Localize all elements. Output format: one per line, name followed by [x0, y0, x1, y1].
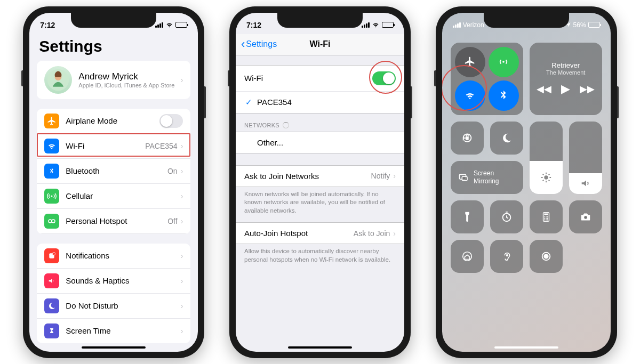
svg-point-6	[53, 252, 55, 255]
phone-wifi: 7:12 ‹Settings Wi-Fi Wi-Fi ✓ PACE354 NET…	[229, 6, 411, 358]
profile-group: Andrew Myrick Apple ID, iCloud, iTunes &…	[37, 61, 190, 99]
notifications-row[interactable]: Notifications›	[37, 244, 190, 269]
home-indicator[interactable]	[288, 346, 352, 349]
screen-mirror-tile[interactable]: Screen Mirroring	[451, 161, 523, 194]
back-button[interactable]: ‹Settings	[241, 37, 277, 51]
page-title: Settings	[29, 34, 198, 61]
chevron-icon: ›	[393, 229, 396, 238]
orientation-lock-tile[interactable]	[451, 122, 484, 155]
svg-point-23	[544, 219, 545, 220]
home-tile[interactable]	[451, 240, 484, 273]
wifi-toggle-row[interactable]: Wi-Fi	[236, 66, 404, 92]
row-label: Sounds & Haptics	[66, 276, 180, 285]
chevron-icon: ›	[181, 302, 183, 310]
wifi-icon	[165, 21, 173, 29]
profile-sub: Apple ID, iCloud, iTunes & App Store	[78, 82, 180, 88]
hotspot-icon	[44, 214, 59, 229]
cellular-row[interactable]: Cellular ›	[37, 184, 190, 209]
svg-point-11	[544, 175, 548, 179]
svg-rect-16	[544, 213, 548, 215]
nav-title: Wi-Fi	[310, 39, 331, 49]
hotspot-row[interactable]: Personal Hotspot Off ›	[37, 209, 190, 234]
connectivity-tile[interactable]	[451, 43, 523, 115]
svg-point-22	[547, 217, 548, 219]
timer-tile[interactable]	[490, 200, 523, 233]
network-name: PACE354	[257, 98, 396, 107]
connected-network-row[interactable]: ✓ PACE354	[236, 92, 404, 113]
calculator-tile[interactable]	[530, 200, 563, 233]
cellular-button[interactable]	[489, 47, 519, 77]
flashlight-tile[interactable]	[451, 200, 484, 233]
svg-point-2	[51, 195, 53, 197]
music-tile[interactable]: Retriever The Movement ◀◀ ▶ ▶▶	[530, 43, 602, 115]
hearing-tile[interactable]	[490, 240, 523, 273]
other-network-row[interactable]: Other...	[236, 132, 404, 153]
status-time: 7:12	[246, 21, 261, 29]
spinner-icon	[283, 122, 289, 128]
notifications-icon	[44, 248, 59, 263]
row-value: PACE354	[145, 142, 177, 150]
svg-point-4	[52, 220, 55, 223]
prev-track-icon[interactable]: ◀◀	[537, 83, 551, 95]
battery-icon	[588, 22, 600, 28]
play-icon[interactable]: ▶	[561, 82, 570, 96]
home-indicator[interactable]	[82, 346, 146, 349]
row-label: Screen Time	[66, 326, 180, 335]
apple-id-row[interactable]: Andrew Myrick Apple ID, iCloud, iTunes &…	[37, 61, 190, 99]
row-label: Wi-Fi	[66, 141, 145, 150]
svg-point-28	[506, 254, 508, 256]
wifi-screen: 7:12 ‹Settings Wi-Fi Wi-Fi ✓ PACE354 NET…	[236, 13, 404, 352]
control-center-grid: Retriever The Movement ◀◀ ▶ ▶▶ Screen Mi…	[442, 34, 611, 281]
volume-slider[interactable]	[569, 122, 602, 194]
row-label: Ask to Join Networks	[244, 172, 371, 181]
airplane-button[interactable]	[455, 47, 485, 77]
airplane-icon	[44, 114, 59, 128]
ask-footer: Known networks will be joined automatica…	[236, 187, 404, 219]
row-label: Wi-Fi	[244, 74, 372, 83]
svg-point-26	[584, 216, 587, 219]
svg-point-17	[544, 216, 545, 217]
bluetooth-row[interactable]: Bluetooth On ›	[37, 159, 190, 184]
row-value: Ask to Join	[354, 229, 390, 238]
chevron-icon: ›	[181, 142, 183, 150]
brightness-slider[interactable]	[530, 122, 563, 194]
wifi-icon	[44, 139, 59, 153]
chevron-icon: ›	[181, 217, 183, 225]
wifi-row[interactable]: Wi-Fi PACE354 ›	[37, 134, 190, 159]
svg-point-20	[544, 217, 545, 219]
ask-join-row[interactable]: Ask to Join NetworksNotify›	[236, 166, 404, 187]
dnd-row[interactable]: Do Not Disturb›	[37, 294, 190, 319]
row-label: Do Not Disturb	[66, 301, 180, 310]
row-label: Notifications	[66, 251, 180, 260]
bluetooth-button[interactable]	[489, 80, 519, 111]
chevron-icon: ›	[181, 252, 183, 260]
bluetooth-icon	[44, 164, 59, 179]
svg-point-19	[547, 216, 548, 217]
wifi-button[interactable]	[455, 80, 485, 111]
chevron-icon: ›	[181, 76, 183, 84]
signal-icon	[453, 22, 461, 28]
notch	[277, 13, 363, 28]
airplane-mode-row[interactable]: Airplane Mode	[37, 109, 190, 134]
control-center-screen: Verizon 56% Retriever The Movement ◀◀ ▶ …	[442, 13, 611, 352]
chevron-icon: ›	[393, 172, 396, 180]
screentime-row[interactable]: Screen Time›	[37, 319, 190, 343]
battery-percent: 56%	[573, 21, 586, 29]
auto-hotspot-row[interactable]: Auto-Join HotspotAsk to Join›	[236, 223, 404, 244]
next-track-icon[interactable]: ▶▶	[580, 83, 595, 95]
dnd-tile[interactable]	[490, 122, 523, 155]
camera-tile[interactable]	[569, 200, 602, 233]
row-value: Notify	[371, 172, 390, 180]
settings-screen: 7:12 Settings Andrew Myrick Apple ID, iC…	[29, 13, 198, 352]
music-artist: The Movement	[546, 69, 585, 76]
notch	[71, 13, 156, 28]
sounds-row[interactable]: Sounds & Haptics›	[37, 269, 190, 294]
avatar	[44, 66, 72, 94]
airplane-toggle[interactable]	[159, 114, 183, 128]
hourglass-icon	[44, 323, 59, 338]
row-label: Auto-Join Hotspot	[244, 229, 354, 238]
home-indicator[interactable]	[494, 346, 558, 349]
svg-rect-13	[462, 176, 467, 180]
screen-record-tile[interactable]	[530, 240, 563, 273]
wifi-toggle[interactable]	[372, 71, 396, 85]
